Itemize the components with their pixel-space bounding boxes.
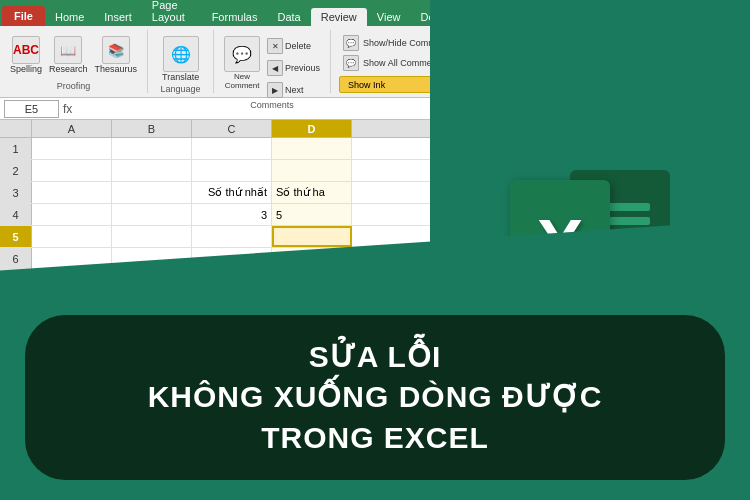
title-line-1: SỬA LỖI xyxy=(75,337,675,378)
translate-icon: 🌐 xyxy=(163,36,199,72)
new-comment-button[interactable]: 💬 NewComment xyxy=(222,34,262,92)
table-row: 4 3 5 xyxy=(0,204,480,226)
proofing-group: ABC Spelling 📖 Research 📚 Thesaurus xyxy=(6,30,148,93)
comments-icons: 💬 NewComment ✕ Delete ◀ Previous xyxy=(222,30,322,100)
row-header-1: 1 xyxy=(0,138,32,159)
table-row: 1 xyxy=(0,138,480,160)
cell-b3[interactable] xyxy=(112,182,192,203)
fx-icon: fx xyxy=(63,102,72,116)
cell-d1[interactable] xyxy=(272,138,352,159)
tab-review[interactable]: Review xyxy=(311,8,367,26)
cell-a4[interactable] xyxy=(32,204,112,225)
row-header-6: 6 xyxy=(0,248,32,269)
language-icons: 🌐 Translate xyxy=(160,30,201,84)
text-block: SỬA LỖI KHÔNG XUỐNG DÒNG ĐƯỢC TRONG EXCE… xyxy=(25,315,725,481)
thesaurus-icon: 📚 xyxy=(102,36,130,64)
col-header-b[interactable]: B xyxy=(112,120,192,137)
tab-home[interactable]: Home xyxy=(45,8,94,26)
ribbon: File Home Insert Page Layout Formulas Da… xyxy=(0,0,480,98)
row-header-4: 4 xyxy=(0,204,32,225)
translate-button[interactable]: 🌐 Translate xyxy=(160,34,201,84)
title-line-2: KHÔNG XUỐNG DÒNG ĐƯỢC xyxy=(75,377,675,418)
col-header-c[interactable]: C xyxy=(192,120,272,137)
row-header-3: 3 xyxy=(0,182,32,203)
cell-a5[interactable] xyxy=(32,226,112,247)
cell-d2[interactable] xyxy=(272,160,352,181)
cell-c1[interactable] xyxy=(192,138,272,159)
cell-b2[interactable] xyxy=(112,160,192,181)
corner-cell xyxy=(0,120,32,137)
cell-c5[interactable] xyxy=(192,226,272,247)
spelling-icon: ABC xyxy=(12,36,40,64)
cell-a2[interactable] xyxy=(32,160,112,181)
title-line-3: TRONG EXCEL xyxy=(75,418,675,459)
tab-view[interactable]: View xyxy=(367,8,411,26)
spelling-button[interactable]: ABC Spelling xyxy=(8,34,44,76)
tab-data[interactable]: Data xyxy=(267,8,310,26)
title-pill: SỬA LỖI KHÔNG XUỐNG DÒNG ĐƯỢC TRONG EXCE… xyxy=(25,315,725,481)
cell-c4[interactable]: 3 xyxy=(192,204,272,225)
tab-formulas[interactable]: Formulas xyxy=(202,8,268,26)
tab-pagelayout[interactable]: Page Layout xyxy=(142,0,202,26)
research-icon: 📖 xyxy=(54,36,82,64)
ribbon-content: ABC Spelling 📖 Research 📚 Thesaurus xyxy=(0,26,480,98)
previous-icon: ◀ xyxy=(267,60,283,76)
row-header-5: 5 xyxy=(0,226,32,247)
next-button[interactable]: ▶ Next xyxy=(265,80,322,100)
next-icon: ▶ xyxy=(267,82,283,98)
thesaurus-button[interactable]: 📚 Thesaurus xyxy=(93,34,140,76)
cell-c3[interactable]: Số thứ nhất xyxy=(192,182,272,203)
cell-a3[interactable] xyxy=(32,182,112,203)
row-header-2: 2 xyxy=(0,160,32,181)
ribbon-tabs: File Home Insert Page Layout Formulas Da… xyxy=(0,0,480,26)
cell-b1[interactable] xyxy=(112,138,192,159)
delete-button[interactable]: ✕ Delete xyxy=(265,36,322,56)
show-hide-comment-icon: 💬 xyxy=(343,35,359,51)
show-all-comments-icon: 💬 xyxy=(343,55,359,71)
tab-insert[interactable]: Insert xyxy=(94,8,142,26)
cell-b5[interactable] xyxy=(112,226,192,247)
cell-d3[interactable]: Số thứ ha xyxy=(272,182,352,203)
tab-file[interactable]: File xyxy=(2,6,45,26)
table-row: 3 Số thứ nhất Số thứ ha xyxy=(0,182,480,204)
main-container: File Home Insert Page Layout Formulas Da… xyxy=(0,0,750,500)
column-headers: A B C D xyxy=(0,120,480,138)
formula-bar: fx xyxy=(0,98,480,120)
cell-a1[interactable] xyxy=(32,138,112,159)
cell-reference[interactable] xyxy=(4,100,59,118)
proofing-icons: ABC Spelling 📖 Research 📚 Thesaurus xyxy=(8,30,139,76)
research-button[interactable]: 📖 Research xyxy=(47,34,90,76)
cell-c2[interactable] xyxy=(192,160,272,181)
comments-group: 💬 NewComment ✕ Delete ◀ Previous xyxy=(220,30,331,93)
col-header-a[interactable]: A xyxy=(32,120,112,137)
cell-b4[interactable] xyxy=(112,204,192,225)
previous-button[interactable]: ◀ Previous xyxy=(265,58,322,78)
cell-d4[interactable]: 5 xyxy=(272,204,352,225)
language-group: 🌐 Translate Language xyxy=(154,30,214,93)
table-row: 2 xyxy=(0,160,480,182)
col-header-d[interactable]: D xyxy=(272,120,352,137)
new-comment-icon: 💬 xyxy=(224,36,260,72)
cell-d5[interactable] xyxy=(272,226,352,247)
delete-icon: ✕ xyxy=(267,38,283,54)
